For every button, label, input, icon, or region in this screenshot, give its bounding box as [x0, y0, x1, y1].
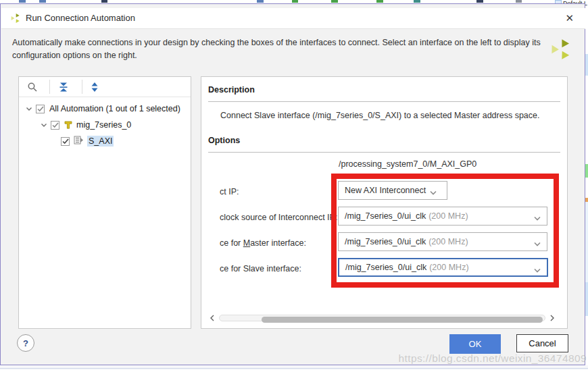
- dialog-intro-text: Automatically make connections in your d…: [12, 36, 553, 62]
- toolbar-separator: [49, 80, 50, 94]
- cancel-button[interactable]: Cancel: [516, 334, 568, 352]
- clock-source-master-dropdown[interactable]: /mig_7series_0/ui_clk(200 MHz): [338, 232, 547, 251]
- scrollbar-thumb[interactable]: [262, 317, 543, 323]
- desktop-toolbar-fragment: [39, 0, 46, 3]
- clock-source-interconnect-dropdown[interactable]: /mig_7series_0/ui_clk(200 MHz): [338, 207, 547, 226]
- background-bottom-line: [0, 368, 588, 369]
- search-icon[interactable]: [26, 80, 39, 94]
- description-body: Connect Slave interface (/mig_7series_0/…: [220, 111, 539, 120]
- chevron-down-icon: [533, 240, 541, 249]
- background-sliver: [585, 202, 588, 282]
- ok-button[interactable]: OK: [449, 334, 501, 354]
- tree-item-all-automation[interactable]: All Automation (1 out of 1 selected): [26, 101, 180, 116]
- background-sliver: [585, 7, 588, 54]
- desktop-toolbar-fragment: [476, 0, 483, 3]
- xilinx-logo-icon: [549, 38, 572, 63]
- tree-item-label: All Automation (1 out of 1 selected): [49, 104, 180, 113]
- desktop-toolbar-fragment: [516, 0, 522, 3]
- background-sliver: [585, 178, 588, 198]
- option-label-clock-source: clock source of Interconnect IP:: [220, 213, 337, 222]
- screen: Default L Run Connection Automation ✕ Au…: [0, 0, 588, 370]
- background-sliver: [585, 282, 588, 316]
- toolbar-separator: [82, 80, 82, 94]
- desktop-toolbar-fragment: [257, 0, 264, 3]
- dialog-titlebar[interactable]: Run Connection Automation ✕: [1, 8, 585, 29]
- desktop-toolbar-fragment: [19, 0, 26, 3]
- checkbox-s-axi[interactable]: [61, 137, 70, 146]
- select-ip-dropdown[interactable]: New AXI Interconnect: [338, 181, 447, 200]
- tree-item-label: mig_7series_0: [76, 120, 131, 130]
- close-icon[interactable]: ✕: [562, 11, 577, 26]
- desktop-toolbar-fragment: [331, 0, 338, 3]
- watermark-text: https://blog.csdn.net/weixin_36474809: [399, 352, 587, 365]
- chevron-down-icon: [533, 214, 541, 223]
- scrollbar-track[interactable]: [219, 315, 545, 321]
- options-section-title: Options: [208, 136, 240, 145]
- clock-source-slave-dropdown[interactable]: /mig_7series_0/ui_clk(200 MHz): [338, 258, 548, 277]
- chevron-down-icon: [429, 188, 437, 198]
- desktop-toolbar-fragment: [101, 0, 107, 3]
- expand-all-icon[interactable]: [88, 80, 101, 94]
- scroll-right-icon[interactable]: [548, 314, 556, 322]
- option-label-slave-interface: ce for Slave interface:: [220, 264, 301, 273]
- dialog-title: Run Connection Automation: [26, 8, 135, 28]
- tree-item-s-axi[interactable]: S_AXI: [61, 134, 114, 149]
- checkbox-all-automation[interactable]: [36, 105, 45, 113]
- vivado-logo-icon: [10, 13, 21, 26]
- chevron-down-icon[interactable]: [41, 120, 47, 130]
- desktop-toolbar-fragment: [414, 0, 420, 3]
- desktop-toolbar-fragment: [376, 0, 383, 3]
- chevron-down-icon: [533, 266, 541, 275]
- horizontal-scrollbar[interactable]: [208, 313, 556, 323]
- option-label-master-interface: ce for Master interface:: [220, 238, 306, 248]
- options-target-header: /processing_system7_0/M_AXI_GP0: [339, 159, 476, 169]
- collapse-all-icon[interactable]: [57, 80, 70, 94]
- background-sliver: [585, 54, 588, 76]
- ip-block-icon: [64, 120, 73, 131]
- tree-item-mig-7series-0[interactable]: mig_7series_0: [41, 117, 131, 132]
- tree-toolbar: [19, 77, 191, 97]
- help-button[interactable]: ?: [17, 334, 34, 352]
- configuration-panel: Description Connect Slave interface (/mi…: [201, 76, 568, 329]
- automation-tree-panel: All Automation (1 out of 1 selected) mig…: [18, 76, 191, 329]
- interface-icon: [74, 136, 84, 147]
- tree-item-label-selected: S_AXI: [87, 136, 114, 147]
- background-sliver: [585, 76, 588, 164]
- section-divider: [208, 152, 560, 153]
- background-sliver: [585, 164, 588, 178]
- checkbox-mig-7series-0[interactable]: [51, 121, 59, 130]
- scroll-left-icon[interactable]: [208, 314, 216, 322]
- section-divider: [208, 101, 560, 102]
- chevron-down-icon[interactable]: [26, 104, 32, 113]
- desktop-toolbar-fragment: [292, 0, 298, 3]
- description-section-title: Description: [208, 85, 255, 95]
- option-label-ip: ct IP:: [220, 187, 239, 196]
